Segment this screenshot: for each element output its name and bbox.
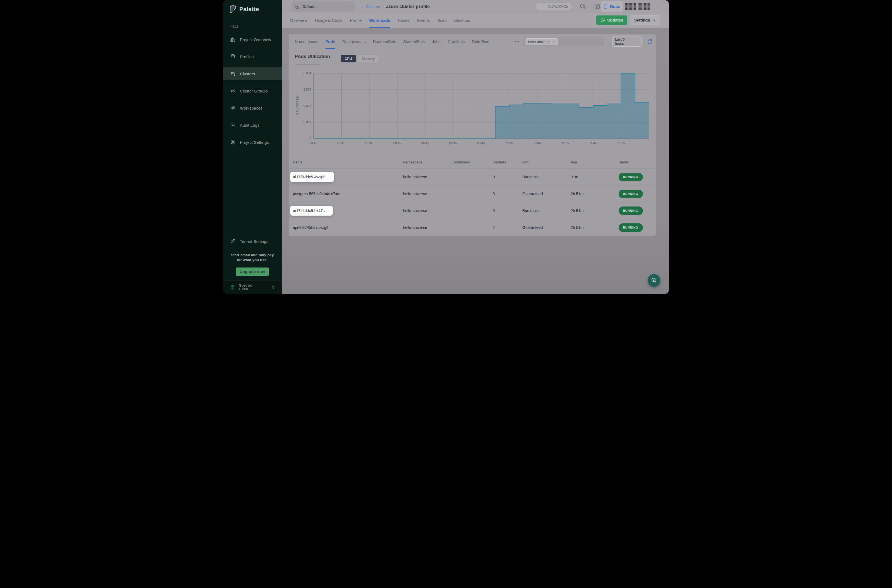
compass-icon[interactable] — [594, 3, 601, 10]
workload-tab-cronjobs[interactable]: CronJobs — [448, 34, 465, 49]
sidebar-item-label: Tenant Settings — [240, 239, 269, 244]
toggle-memory[interactable]: Memory — [358, 55, 378, 62]
pod-restarts: 0 — [493, 192, 523, 196]
workload-tab-jobs[interactable]: Jobs — [432, 34, 440, 49]
docs-label: Docs — [610, 4, 620, 9]
book-icon — [603, 4, 608, 9]
app-name: Palette — [239, 6, 259, 12]
time-range-value: Last 6 hours — [615, 37, 634, 45]
tabs-overflow-button[interactable]: ⋯ — [515, 34, 519, 49]
pod-name: postgres-567dc9cb4c-c7xtm — [293, 192, 342, 196]
pod-name-cell: ui-f7ff4ddc5-4wsph — [288, 172, 403, 182]
chat-icon[interactable] — [580, 3, 586, 10]
highlighted-pod-name: ui-f7ff4ddc5-4wsph — [290, 172, 334, 182]
sidebar-item-label: Profiles — [240, 54, 254, 59]
workload-tab-statefulsets[interactable]: StatefulSets — [403, 34, 425, 49]
highlighted-pod-name: ui-f7ff4ddc5-hx47s — [290, 206, 333, 216]
breadcrumb-separator: / — [362, 4, 363, 9]
refresh-icon[interactable] — [647, 39, 653, 45]
topbar: Default / Clusters / azure-cluster-profi… — [282, 0, 669, 13]
chevron-down-icon — [635, 40, 639, 43]
workload-tab-role-bind[interactable]: Role Bind — [472, 34, 489, 49]
breadcrumb-separator: / — [383, 4, 384, 9]
search-assistant-fab[interactable] — [647, 274, 660, 287]
sidebar-item-cluster-groups[interactable]: Cluster Groups — [223, 84, 282, 98]
status-badge: RUNNING — [619, 224, 643, 232]
pod-age: 31m — [571, 175, 619, 179]
page-title: azure-cluster-profile — [386, 4, 430, 9]
settings-button[interactable]: Settings — [630, 15, 660, 25]
tools-icon — [230, 238, 236, 244]
redacted-username — [625, 3, 650, 10]
user-menu-chevron-icon[interactable] — [655, 5, 659, 8]
main-area: Default / Clusters / azure-cluster-profi… — [282, 0, 669, 294]
table-row: ui-f7ff4ddc5-4wsphhello-universe0Burstab… — [288, 168, 656, 185]
workload-tab-deployments[interactable]: Deployments — [342, 34, 366, 49]
cpu-utilization-chart: CPU CORES 00.0010.0020.0030.004 06:4507:… — [288, 74, 656, 151]
orbit-icon — [230, 105, 236, 111]
breadcrumb-link-clusters[interactable]: Clusters — [366, 4, 380, 9]
sidebar-item-clusters[interactable]: Clusters — [223, 67, 282, 80]
pod-status-cell: RUNNING — [619, 224, 656, 232]
tab-workloads[interactable]: Workloads — [369, 13, 390, 28]
sidebar-item-workspaces[interactable]: Workspaces — [223, 101, 282, 115]
workload-tabs: NamespacesPodsDeploymentsDaemonSetsState… — [295, 34, 489, 49]
palette-logo-icon — [229, 4, 237, 14]
workload-tab-daemonsets[interactable]: DaemonSets — [373, 34, 396, 49]
workload-tab-namespaces[interactable]: Namespaces — [295, 34, 318, 49]
tab-backups[interactable]: Backups — [454, 13, 470, 28]
x-tick-label: 12:15 — [613, 141, 629, 145]
tab-overview[interactable]: Overview — [290, 13, 308, 28]
y-tick-label: 0.004 — [292, 72, 311, 75]
y-tick-label: 0.001 — [292, 120, 311, 124]
updates-button[interactable]: Updates — [596, 15, 627, 25]
sidebar-nav: Project OverviewProfilesClustersCluster … — [223, 33, 282, 153]
project-selector-value: Default — [303, 4, 316, 9]
column-header-containers: Containers — [453, 160, 493, 164]
content-area: NamespacesPodsDeploymentsDaemonSetsState… — [282, 28, 669, 294]
brand-logo-row: Palette — [229, 4, 259, 14]
chip-remove-icon[interactable]: × — [553, 39, 555, 44]
tab-profile[interactable]: Profile — [350, 13, 362, 28]
sidebar-item-label: Clusters — [240, 72, 255, 76]
sidebar-item-profiles[interactable]: Profiles — [223, 50, 282, 63]
sidebar-item-project-settings[interactable]: Project Settings — [223, 135, 282, 149]
chevron-down-icon — [653, 18, 656, 22]
table-body: ui-f7ff4ddc5-4wsphhello-universe0Burstab… — [288, 168, 656, 236]
docs-button[interactable]: Docs — [601, 1, 623, 12]
pod-status-cell: RUNNING — [619, 190, 656, 198]
chart-plot-area — [314, 74, 649, 139]
server-icon — [230, 71, 236, 76]
workload-tab-pods[interactable]: Pods — [325, 34, 335, 49]
tab-scan[interactable]: Scan — [437, 13, 446, 28]
tab-events[interactable]: Events — [417, 13, 430, 28]
audit-icon — [230, 122, 236, 128]
column-header-namespace: Namespace — [403, 160, 453, 164]
workloads-tab-bar: NamespacesPodsDeploymentsDaemonSetsState… — [288, 34, 656, 49]
tab-usage-costs[interactable]: Usage & Costs — [315, 13, 342, 28]
project-selector[interactable]: Default — [291, 2, 354, 12]
app-window: Palette 4.6.18 Project OverviewProfilesC… — [223, 0, 669, 294]
status-badge: RUNNING — [619, 207, 643, 215]
pod-namespace: hello-universe — [403, 208, 453, 213]
upgrade-now-button[interactable]: Upgrade now — [236, 267, 269, 276]
pod-namespace: hello-universe — [403, 175, 453, 179]
tab-nodes[interactable]: Nodes — [398, 13, 410, 28]
circle-up-icon — [601, 18, 605, 22]
spectro-cloud-wordmark: Spectro Cloud — [239, 284, 253, 291]
time-range-select[interactable]: Last 6 hours — [612, 36, 641, 46]
sidebar-item-tenant-settings[interactable]: Tenant Settings — [223, 235, 282, 248]
table-header-row: NameNamespaceContainersRestartsQoSAgeSta… — [288, 156, 656, 168]
pod-namespace: hello-universe — [403, 225, 453, 230]
sidebar-item-project-overview[interactable]: Project Overview — [223, 33, 282, 46]
pods-table: NameNamespaceContainersRestartsQoSAgeSta… — [288, 156, 656, 236]
table-row: api-86f745b67c-rzgfhhello-universe2Guara… — [288, 219, 656, 236]
collapse-sidebar-button[interactable] — [271, 285, 276, 290]
namespace-filter-select[interactable]: hello-universe × — [523, 37, 604, 46]
x-tick-label: 11:15 — [557, 141, 573, 145]
layers-icon — [230, 54, 236, 59]
sidebar-item-audit-logs[interactable]: Audit Logs — [223, 118, 282, 132]
x-tick-label: 08:45 — [417, 141, 434, 145]
chevron-down-icon — [347, 5, 351, 9]
toggle-cpu[interactable]: CPU — [341, 55, 356, 62]
